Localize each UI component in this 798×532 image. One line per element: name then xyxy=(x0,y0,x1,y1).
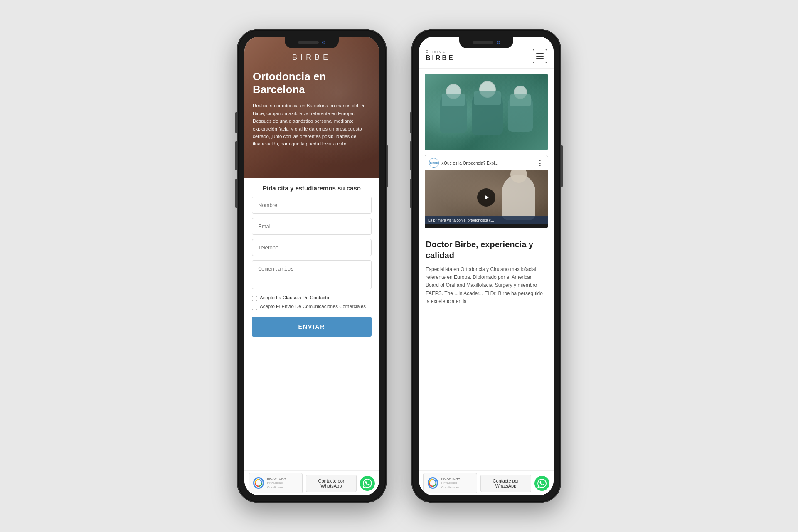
phone1-camera xyxy=(322,41,325,44)
phone2-speaker xyxy=(473,41,493,44)
phone2-recaptcha-icon xyxy=(428,477,438,489)
phone1-whatsapp-icon[interactable] xyxy=(360,476,375,491)
phone1-form-section: Pida cita y estudiaremos su caso Acepto … xyxy=(244,178,379,495)
phone2-recaptcha: reCAPTCHAPrivacidad · Condiciones xyxy=(423,473,477,493)
phone2-main-content: BIRBE ¿Qué es la Ortodoncia? Expl... ⋮ xyxy=(419,69,554,495)
phone2-whatsapp-icon[interactable] xyxy=(534,476,549,491)
video-channel-logo: BIRBE xyxy=(429,158,439,168)
phone2-recaptcha-text: reCAPTCHAPrivacidad · Condiciones xyxy=(441,477,473,490)
checkbox-comm-label: Acepto El Envío De Comunicaciones Comerc… xyxy=(260,304,366,309)
video-options-icon[interactable]: ⋮ xyxy=(537,159,544,167)
checkbox-clause-label: Acepto La Cláusula De Contacto xyxy=(260,295,329,300)
phone2-doctor-title: Doctor Birbe, experiencia y calidad xyxy=(426,239,547,261)
hamburger-line-3 xyxy=(536,58,544,59)
phone2-screen: Clínica BIRBE xyxy=(419,37,554,495)
phone2-content: Clínica BIRBE xyxy=(419,37,554,495)
surgeon-cap-1 xyxy=(442,94,465,106)
phone1-hero-content: BIRBE Ortodoncia en Barcelona Realice su… xyxy=(244,49,379,148)
phone2-camera xyxy=(497,41,500,44)
phone2-bottom-bar: reCAPTCHAPrivacidad · Condiciones Contac… xyxy=(419,470,554,495)
telefono-input[interactable] xyxy=(252,239,372,256)
phone1-bottom-bar: reCAPTCHAPrivacidad · Condicions Contact… xyxy=(244,470,379,495)
phone-side-btn-power xyxy=(387,145,388,187)
phone1-whatsapp-button[interactable]: Contacte porWhatsApp xyxy=(306,475,357,492)
phone1-speaker xyxy=(298,41,319,44)
phone1-logo: BIRBE xyxy=(253,53,371,62)
phone2-video[interactable]: BIRBE ¿Qué es la Ortodoncia? Expl... ⋮ xyxy=(425,155,548,228)
doctor-figure xyxy=(502,175,535,220)
phone1-hero-desc: Realice su ortodoncia en Barcelona en ma… xyxy=(253,102,371,148)
phone1-whatsapp-label: Contacte porWhatsApp xyxy=(318,478,345,488)
phone-side-btn-vol-down xyxy=(235,179,237,208)
hamburger-line-2 xyxy=(536,56,544,57)
phone2-doctor-desc: Especialista en Ortodoncia y Cirujano ma… xyxy=(426,266,547,305)
surgeon-cap-2 xyxy=(474,91,501,105)
phone1-hero-title: Ortodoncia en Barcelona xyxy=(253,70,371,96)
phone-1: BIRBE Ortodoncia en Barcelona Realice su… xyxy=(237,29,387,503)
recaptcha-text: reCAPTCHAPrivacidad · Condicions xyxy=(267,477,298,490)
hamburger-menu-button[interactable] xyxy=(533,49,547,63)
phone2-doctor-section: Doctor Birbe, experiencia y calidad Espe… xyxy=(419,233,554,311)
phone1-form-title: Pida cita y estudiaremos su caso xyxy=(252,178,372,197)
video-header: BIRBE ¿Qué es la Ortodoncia? Expl... ⋮ xyxy=(425,155,548,170)
phone1-recaptcha: reCAPTCHAPrivacidad · Condicions xyxy=(249,473,303,493)
nombre-input[interactable] xyxy=(252,197,372,214)
phone-side-btn-mute xyxy=(235,112,237,133)
phone2-logo: Clínica BIRBE xyxy=(426,49,455,63)
svg-marker-0 xyxy=(485,195,489,200)
email-input[interactable] xyxy=(252,218,372,235)
clause-link[interactable]: Cláusula De Contacto xyxy=(283,295,329,300)
video-thumbnail[interactable]: La primera visita con el ortodoncista c.… xyxy=(425,170,548,224)
checkbox-clause[interactable] xyxy=(252,296,257,301)
submit-button[interactable]: ENVIAR xyxy=(252,317,372,337)
phone2-notch xyxy=(459,37,513,48)
phone1-content: BIRBE Ortodoncia en Barcelona Realice su… xyxy=(244,37,379,495)
phone2-side-btn-mute xyxy=(410,112,411,133)
checkbox-clause-row: Acepto La Cláusula De Contacto xyxy=(252,295,372,301)
comentarios-textarea[interactable] xyxy=(252,260,372,289)
phone2-logo-bottom: BIRBE xyxy=(426,54,455,63)
surgeon-figure-2 xyxy=(472,89,503,135)
surgeon-figure-1 xyxy=(440,91,467,133)
doctor-head xyxy=(510,170,527,183)
phone2-side-btn-vol-up xyxy=(410,141,411,170)
surgeon-cap-3 xyxy=(510,94,531,106)
video-title: ¿Qué es la Ortodoncia? Expl... xyxy=(441,161,498,165)
phone2-logo-top: Clínica xyxy=(426,49,455,54)
recaptcha-icon xyxy=(253,477,264,489)
video-header-left: BIRBE ¿Qué es la Ortodoncia? Expl... xyxy=(429,158,498,168)
surgery-image xyxy=(425,74,548,150)
checkbox-comm-row: Acepto El Envío De Comunicaciones Comerc… xyxy=(252,304,372,310)
phone2-side-btn-power xyxy=(561,145,563,187)
video-caption: La primera visita con el ortodoncista c.… xyxy=(425,216,548,224)
surgeon-figure-3 xyxy=(508,92,533,132)
phone1-screen: BIRBE Ortodoncia en Barcelona Realice su… xyxy=(244,37,379,495)
phone1-notch xyxy=(285,37,339,48)
phone1-hero: BIRBE Ortodoncia en Barcelona Realice su… xyxy=(244,37,379,178)
play-button[interactable] xyxy=(477,188,495,207)
checkbox-comm[interactable] xyxy=(252,305,257,310)
phone2-whatsapp-button[interactable]: Contacte porWhatsApp xyxy=(480,475,531,492)
phone-2: Clínica BIRBE xyxy=(411,29,561,503)
phone2-side-btn-vol-down xyxy=(410,179,411,208)
phone2-whatsapp-label: Contacte porWhatsApp xyxy=(493,478,519,488)
phone-side-btn-vol-up xyxy=(235,141,237,170)
hamburger-line-1 xyxy=(536,53,544,54)
